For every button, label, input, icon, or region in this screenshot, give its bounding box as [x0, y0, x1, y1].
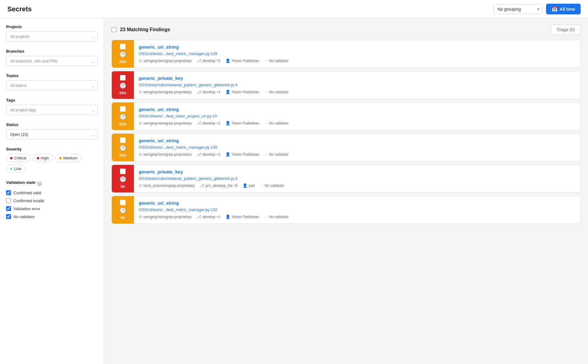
validator-meta: — No validator: [264, 59, 288, 63]
status-select-wrapper: Open (23): [6, 129, 98, 139]
finding-meta: ⊙ semgrep/semgrep-proprietary ⎇ develop …: [139, 58, 575, 63]
finding-checkbox[interactable]: [120, 106, 126, 112]
finding-meta: ⊙ semgrep/semgrep-proprietary ⎇ develop …: [139, 121, 575, 125]
validation-error-checkbox[interactable]: [6, 206, 11, 211]
severity-pills: Critical High Medium Low: [6, 154, 98, 173]
finding-path[interactable]: OSS/cli/tests/.../test_metric_manager.py…: [139, 207, 575, 212]
select-all-checkbox[interactable]: [111, 27, 116, 32]
finding-checkbox[interactable]: [120, 44, 126, 49]
finding-time: 6h: [121, 216, 125, 220]
projects-select[interactable]: All projects: [6, 32, 98, 42]
grouping-select[interactable]: No grouping By rule By repository: [493, 4, 542, 14]
teams-select[interactable]: All teams: [6, 80, 98, 91]
branch-icon: ⎇: [197, 90, 201, 94]
author-meta: 👤 Yoann Padioleau: [225, 152, 259, 157]
repo-meta: ⊙ semgrep/semgrep-proprietary: [139, 152, 192, 157]
finding-card: 🕐 6h generic_uri_string OSS/cli/tests/..…: [111, 196, 581, 224]
branch-meta: ⎇ develop +1: [197, 58, 221, 63]
author-meta: 👤 Yoann Padioleau: [225, 58, 259, 63]
finding-time: 33m: [119, 153, 126, 158]
finding-card: 🕐 33m generic_uri_string OSS/cli/tests/.…: [111, 133, 581, 162]
repo-name: semgrep/semgrep-proprietary: [143, 90, 192, 94]
finding-meta: ⊙ semgrep/semgrep-proprietary ⎇ develop …: [139, 214, 575, 219]
finding-badge: 🕐 33m: [112, 71, 134, 99]
repo-icon: ⊙: [139, 58, 142, 63]
results-left: 23 Matching Findings: [111, 27, 170, 32]
repo-meta: ⊙ semgrep/semgrep-proprietary: [139, 214, 192, 219]
finding-path[interactable]: OSS/tests/rules/metavar_pattern_generic_…: [139, 176, 575, 181]
validation-confirmed-invalid-row: Confirmed invalid: [6, 198, 98, 203]
validator-value: No validator: [269, 152, 288, 157]
finding-card: 🕐 5h generic_private_key OSS/tests/rules…: [111, 165, 581, 193]
confirmed-invalid-label: Confirmed invalid: [13, 199, 44, 203]
finding-card: 🕐 33m generic_private_key OSS/tests/rule…: [111, 71, 581, 99]
branch-icon: ⎇: [197, 152, 201, 157]
critical-label: Critical: [14, 156, 26, 160]
finding-title[interactable]: generic_uri_string: [139, 138, 575, 143]
clock-icon: 🕐: [119, 176, 126, 183]
finding-title[interactable]: generic_private_key: [139, 76, 575, 81]
tags-select[interactable]: All project tags: [6, 105, 98, 115]
severity-pill-high[interactable]: High: [33, 154, 53, 162]
finding-title[interactable]: generic_uri_string: [139, 200, 575, 206]
finding-meta: ⊙ semgrep/semgrep-proprietary ⎇ develop …: [139, 152, 575, 157]
author-meta: 👤 Yoann Padioleau: [225, 121, 259, 125]
severity-pill-medium[interactable]: Medium: [55, 154, 81, 162]
validation-help-icon[interactable]: ?: [37, 181, 42, 186]
finding-time: 33m: [119, 91, 126, 95]
finding-checkbox[interactable]: [120, 200, 126, 205]
content-area: 23 Matching Findings Triage (0) 🕐 33m ge…: [104, 18, 588, 364]
confirmed-valid-checkbox[interactable]: [6, 190, 11, 195]
branch-name: develop +1: [202, 152, 221, 157]
author-name: Yoann Padioleau: [232, 121, 259, 125]
severity-pill-critical[interactable]: Critical: [6, 154, 30, 162]
teams-label: Teams: [6, 73, 98, 78]
finding-path[interactable]: OSS/cli/tests/.../test_clean_project_url…: [139, 114, 575, 118]
projects-filter: Projects All projects: [6, 24, 98, 42]
author-meta: 👤 pad: [243, 183, 255, 188]
finding-badge: 🕐 6h: [112, 196, 134, 224]
validator-meta: — No validator: [264, 215, 288, 219]
author-icon: 👤: [225, 152, 230, 157]
clock-icon: 🕐: [119, 82, 126, 89]
finding-card: 🕐 33m generic_uri_string OSS/cli/tests/.…: [111, 102, 581, 130]
validator-value: No validator: [269, 90, 288, 94]
high-label: High: [41, 156, 49, 160]
no-validator-checkbox[interactable]: [6, 214, 11, 219]
no-validator-label: No validator: [13, 214, 35, 219]
finding-title[interactable]: generic_uri_string: [139, 44, 575, 50]
finding-path[interactable]: OSS/cli/tests/.../test_metric_manager.py…: [139, 145, 575, 150]
validator-value: No validator: [265, 184, 284, 188]
finding-title[interactable]: generic_private_key: [139, 169, 575, 174]
branches-label: Branches: [6, 49, 98, 54]
finding-checkbox[interactable]: [120, 137, 126, 143]
tags-select-wrapper: All project tags: [6, 105, 98, 115]
author-icon: 👤: [243, 183, 247, 188]
finding-path[interactable]: OSS/cli/tests/.../test_metric_manager.py…: [139, 51, 575, 56]
finding-content: generic_uri_string OSS/cli/tests/.../tes…: [134, 134, 580, 161]
finding-checkbox[interactable]: [120, 75, 126, 80]
all-time-label: All time: [560, 7, 575, 12]
finding-title[interactable]: generic_uri_string: [139, 107, 575, 112]
validation-no-validator-row: No validator: [6, 214, 98, 219]
severity-filter: Severity Critical High Medium Low: [6, 147, 98, 173]
severity-label: Severity: [6, 147, 98, 151]
finding-card: 🕐 33m generic_uri_string OSS/cli/tests/.…: [111, 40, 581, 68]
low-dot: [10, 168, 13, 170]
severity-pill-low[interactable]: Low: [6, 165, 25, 173]
finding-badge: 🕐 33m: [112, 40, 134, 68]
repo-name: semgrep/semgrep-proprietary: [143, 215, 192, 219]
validation-error-label: Validation error: [13, 206, 40, 211]
finding-path[interactable]: OSS/tests/rules/metavar_pattern_generic_…: [139, 83, 575, 87]
tags-label: Tags: [6, 98, 98, 102]
clock-icon: 🕐: [119, 113, 126, 120]
status-select[interactable]: Open (23): [6, 129, 98, 139]
triage-button[interactable]: Triage (0): [551, 24, 581, 35]
repo-name: semgrep/semgrep-proprietary: [143, 121, 192, 125]
branches-select[interactable]: All branches, refs and PRs: [6, 56, 98, 66]
confirmed-invalid-checkbox[interactable]: [6, 198, 11, 203]
all-time-button[interactable]: 📅 All time: [546, 4, 581, 14]
branch-meta: ⎇ develop +1: [197, 214, 221, 219]
finding-time: 5h: [121, 184, 125, 189]
finding-checkbox[interactable]: [120, 169, 126, 174]
